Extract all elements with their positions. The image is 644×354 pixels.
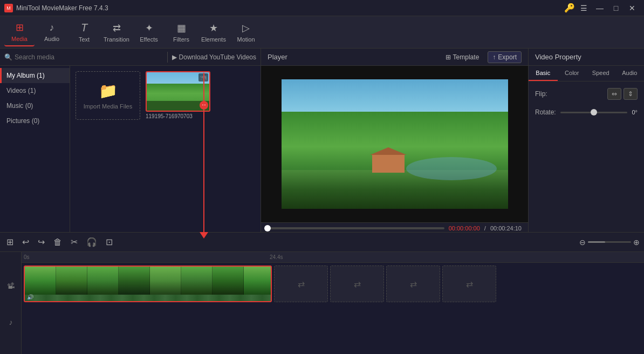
video-media-card[interactable]: 📹 + 119195-716970703 (146, 71, 210, 120)
time-current: 00:00:00:00 (449, 225, 480, 232)
video-track-icon: 📽 (7, 282, 15, 290)
zoom-controls: ⊖ ⊕ (579, 238, 640, 247)
zoom-in-icon[interactable]: ⊕ (633, 238, 640, 247)
video-camera-icon: 📹 (198, 73, 208, 81)
toolbar-effects[interactable]: ✦ Effects (134, 18, 164, 46)
zoom-track[interactable] (588, 241, 631, 243)
toolbar-elements-label: Elements (201, 36, 226, 43)
flip-controls: ⇔ ⇕ (607, 88, 638, 100)
filmstrip-frame-3 (87, 267, 119, 295)
video-track-row: 🔊 ⇄ ⇄ ⇄ ⇄ (24, 265, 642, 303)
filmstrip-frame-7 (213, 267, 244, 295)
toolbar-divider (167, 52, 168, 63)
app-title: MiniTool MovieMaker Free 7.4.3 (16, 4, 108, 12)
import-label: Import Media Files (84, 103, 132, 110)
template-button[interactable]: ⊞ Template (441, 51, 484, 63)
toolbar-elements[interactable]: ★ Elements (198, 18, 229, 46)
ruler-mark-0s: 0s (24, 254, 30, 260)
flip-vertical-button[interactable]: ⇕ (624, 88, 638, 100)
transition-slot-2[interactable]: ⇄ (330, 266, 384, 302)
export-button[interactable]: ↑ Export (488, 51, 522, 63)
left-panel: 🔍 Search media ▶ Download YouTube Videos… (0, 49, 261, 259)
progress-track[interactable] (268, 227, 444, 229)
audio-track-row (24, 305, 642, 332)
toolbar-motion[interactable]: ▷ Motion (231, 18, 261, 46)
flip-label: Flip: (535, 90, 547, 98)
category-videos[interactable]: Videos (1) (0, 83, 70, 98)
flip-horizontal-button[interactable]: ⇔ (607, 88, 621, 100)
zoom-fill (588, 241, 605, 243)
download-yt-label: Download YouTube Videos (179, 53, 256, 61)
import-media-card[interactable]: 📁 Import Media Files (76, 71, 140, 120)
player-panel: Player ⊞ Template ↑ Export (261, 49, 528, 259)
video-thumbnail: 📹 + (146, 71, 210, 112)
transition-arrow-3: ⇄ (410, 279, 417, 289)
toolbar-filters[interactable]: ▦ Filters (166, 18, 196, 46)
delete-button[interactable]: 🗑 (51, 235, 64, 249)
filmstrip-frame-8 (244, 267, 271, 295)
menu-button[interactable]: ☰ (576, 2, 591, 14)
settings-icon[interactable]: 🔑 (564, 3, 575, 13)
tab-speed[interactable]: Speed (586, 66, 615, 81)
tab-color[interactable]: Color (558, 66, 587, 81)
timeline-content: 0s 24.4s (22, 252, 644, 354)
timeline-panel: ⊞ ↩ ↪ 🗑 ✂ 🎧 ⊡ ⊖ ⊕ 📽 ♪ (0, 232, 644, 354)
toolbar-text[interactable]: T Text (69, 18, 99, 46)
audio-detach-button[interactable]: 🎧 (84, 235, 99, 249)
zoom-out-icon[interactable]: ⊖ (579, 238, 586, 247)
audio-track-label: ♪ (0, 309, 22, 336)
filmstrip-frame-6 (181, 267, 213, 295)
category-pictures[interactable]: Pictures (0) (0, 113, 70, 128)
import-folder-icon: 📁 (99, 82, 118, 100)
search-icon: 🔍 (4, 53, 12, 61)
close-button[interactable]: ✕ (625, 2, 640, 14)
add-track-button[interactable]: ⊞ (4, 235, 16, 249)
tab-audio[interactable]: Audio (615, 66, 645, 81)
search-media-button[interactable]: 🔍 Search media (4, 53, 163, 61)
flip-row: Flip: ⇔ ⇕ (535, 88, 638, 100)
filmstrip (25, 267, 271, 295)
maximize-button[interactable]: □ (608, 2, 624, 14)
toolbar-filters-label: Filters (173, 36, 189, 43)
transition-slot-1[interactable]: ⇄ (274, 266, 328, 302)
crop-button[interactable]: ⊡ (104, 235, 115, 249)
rotate-value: 0° (632, 109, 638, 115)
video-add-button[interactable]: + (200, 101, 208, 110)
tab-basic[interactable]: Basic (529, 66, 558, 81)
download-youtube-button[interactable]: ▶ Download YouTube Videos (172, 53, 256, 61)
undo-button[interactable]: ↩ (20, 235, 31, 249)
search-placeholder: Search media (15, 53, 54, 61)
progress-thumb[interactable] (264, 225, 271, 232)
category-my-album[interactable]: My Album (1) (0, 68, 70, 83)
template-label: Template (453, 53, 479, 61)
rotate-row: Rotate: 0° (535, 108, 638, 116)
preview-house (372, 154, 405, 173)
video-clip[interactable]: 🔊 (24, 266, 272, 302)
timeline-toolbar: ⊞ ↩ ↪ 🗑 ✂ 🎧 ⊡ ⊖ ⊕ (0, 233, 644, 252)
transition-slot-4[interactable]: ⇄ (442, 266, 496, 302)
toolbar-text-label: Text (79, 36, 90, 43)
motion-icon: ▷ (242, 22, 250, 34)
transition-slot-3[interactable]: ⇄ (386, 266, 440, 302)
category-music[interactable]: Music (0) (0, 98, 70, 113)
player-header: Player ⊞ Template ↑ Export (261, 49, 528, 66)
timeline-track-labels: 📽 ♪ (0, 252, 22, 354)
rotate-slider[interactable] (560, 112, 628, 113)
rotate-thumb[interactable] (591, 109, 597, 115)
video-filename: 119195-716970703 (146, 113, 210, 119)
main-area: 🔍 Search media ▶ Download YouTube Videos… (0, 49, 644, 259)
toolbar-audio[interactable]: ♪ Audio (37, 18, 67, 46)
redo-button[interactable]: ↪ (36, 235, 47, 249)
minimize-button[interactable]: — (592, 2, 607, 14)
rotate-label: Rotate: (535, 108, 556, 116)
filmstrip-frame-5 (150, 267, 181, 295)
video-track-label: 📽 (0, 263, 22, 309)
effects-icon: ✦ (145, 22, 153, 34)
cut-button[interactable]: ✂ (68, 235, 80, 249)
preview-video-frame (282, 79, 508, 209)
toolbar-transition-label: Transition (104, 36, 129, 43)
toolbar-transition[interactable]: ⇄ Transition (101, 18, 132, 46)
transition-arrow-1: ⇄ (298, 279, 305, 289)
toolbar-media[interactable]: ⊞ Media (4, 18, 35, 46)
timeline-tracks: 🔊 ⇄ ⇄ ⇄ ⇄ (22, 263, 644, 334)
